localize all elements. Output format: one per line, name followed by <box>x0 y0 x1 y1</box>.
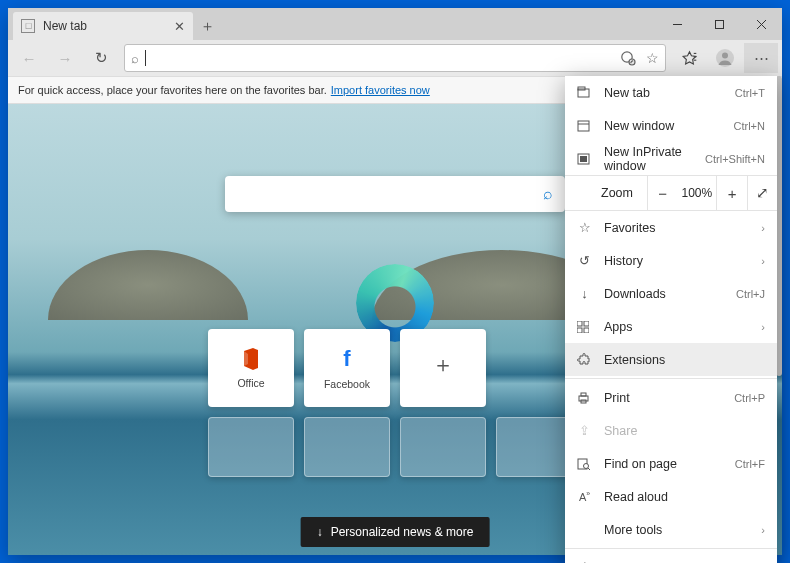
svg-rect-19 <box>577 328 582 333</box>
profile-button[interactable] <box>708 43 742 73</box>
tile-label: Facebook <box>324 378 370 390</box>
menu-print[interactable]: Print Ctrl+P <box>565 381 777 414</box>
history-icon: ↺ <box>577 253 592 268</box>
menu-zoom: Zoom − 100% + ⤢ <box>565 175 777 211</box>
chevron-right-icon: › <box>761 321 765 333</box>
favorite-star-icon[interactable]: ☆ <box>646 50 659 66</box>
personalized-news-button[interactable]: ↓ Personalized news & more <box>301 517 490 547</box>
menu-separator <box>565 548 777 549</box>
svg-rect-13 <box>578 121 589 131</box>
chevron-right-icon: › <box>761 524 765 536</box>
tracking-prevention-icon[interactable] <box>620 50 636 66</box>
bg-hill <box>48 250 248 320</box>
download-icon: ↓ <box>317 525 323 539</box>
tab-favicon: ☐ <box>21 19 35 33</box>
extensions-icon <box>577 353 592 366</box>
inprivate-icon <box>577 153 592 165</box>
menu-new-tab[interactable]: New tab Ctrl+T <box>565 76 777 109</box>
apps-icon <box>577 321 592 333</box>
svg-rect-22 <box>581 393 586 396</box>
svg-rect-16 <box>580 156 587 162</box>
menu-apps[interactable]: Apps › <box>565 310 777 343</box>
text-caret <box>145 50 146 66</box>
print-icon <box>577 392 592 404</box>
chevron-right-icon: › <box>761 222 765 234</box>
chevron-right-icon: › <box>761 255 765 267</box>
ntp-search-box[interactable]: ⌕ <box>225 176 565 212</box>
settings-menu-button[interactable]: ⋯ <box>744 43 778 73</box>
new-tab-button[interactable]: ＋ <box>193 12 221 40</box>
menu-settings[interactable]: ⚙ Settings <box>565 551 777 563</box>
svg-point-25 <box>584 464 589 469</box>
read-aloud-icon: A» <box>577 490 592 503</box>
tile-label: Office <box>237 377 264 389</box>
newsbar-label: Personalized news & more <box>331 525 474 539</box>
plus-icon: ＋ <box>432 350 454 380</box>
menu-share: ⇪ Share <box>565 414 777 447</box>
facebook-icon: f <box>343 346 350 372</box>
tile-facebook[interactable]: f Facebook <box>304 329 390 407</box>
quick-links: Office f Facebook ＋ <box>208 329 582 485</box>
menu-more-tools[interactable]: More tools › <box>565 513 777 546</box>
tile-add[interactable]: ＋ <box>400 329 486 407</box>
toolbar: ← → ↻ ⌕ ☆ ⋯ <box>8 40 782 76</box>
tile-placeholder <box>208 417 294 477</box>
office-icon <box>240 347 262 371</box>
window-controls <box>656 8 782 40</box>
zoom-in-button[interactable]: + <box>716 175 746 211</box>
settings-menu: New tab Ctrl+T New window Ctrl+N New InP… <box>565 76 777 563</box>
svg-point-10 <box>722 53 728 59</box>
minimize-button[interactable] <box>656 8 698 40</box>
svg-rect-20 <box>584 328 589 333</box>
tile-placeholder <box>400 417 486 477</box>
maximize-button[interactable] <box>698 8 740 40</box>
tile-placeholder <box>304 417 390 477</box>
forward-button[interactable]: → <box>48 43 82 73</box>
svg-line-26 <box>588 468 590 470</box>
tile-office[interactable]: Office <box>208 329 294 407</box>
zoom-value: 100% <box>677 186 716 200</box>
menu-read-aloud[interactable]: A» Read aloud <box>565 480 777 513</box>
refresh-button[interactable]: ↻ <box>84 43 118 73</box>
search-icon: ⌕ <box>131 51 139 66</box>
close-window-button[interactable] <box>740 8 782 40</box>
import-favorites-link[interactable]: Import favorites now <box>331 84 430 96</box>
share-icon: ⇪ <box>577 423 592 438</box>
menu-new-window[interactable]: New window Ctrl+N <box>565 109 777 142</box>
tab-close-icon[interactable]: ✕ <box>174 19 185 34</box>
favorites-bar-text: For quick access, place your favorites h… <box>18 84 327 96</box>
back-button[interactable]: ← <box>12 43 46 73</box>
find-icon <box>577 457 592 470</box>
address-bar[interactable]: ⌕ ☆ <box>124 44 666 72</box>
search-submit-icon[interactable]: ⌕ <box>543 185 553 203</box>
menu-inprivate[interactable]: New InPrivate window Ctrl+Shift+N <box>565 142 777 175</box>
browser-tab[interactable]: ☐ New tab ✕ <box>13 12 193 40</box>
svg-rect-1 <box>715 20 723 28</box>
menu-extensions[interactable]: Extensions <box>565 343 777 376</box>
zoom-out-button[interactable]: − <box>647 175 677 211</box>
titlebar: ☐ New tab ✕ ＋ <box>8 8 782 40</box>
new-window-icon <box>577 120 592 132</box>
fullscreen-button[interactable]: ⤢ <box>747 175 777 211</box>
svg-point-5 <box>629 59 635 65</box>
menu-downloads[interactable]: ↓ Downloads Ctrl+J <box>565 277 777 310</box>
menu-history[interactable]: ↺ History › <box>565 244 777 277</box>
svg-rect-17 <box>577 321 582 326</box>
star-icon: ☆ <box>577 220 592 235</box>
download-icon: ↓ <box>577 286 592 301</box>
menu-separator <box>565 378 777 379</box>
tab-title: New tab <box>43 19 87 33</box>
browser-window: ☐ New tab ✕ ＋ ← → ↻ ⌕ ☆ ⋯ <box>8 8 782 555</box>
svg-rect-18 <box>584 321 589 326</box>
new-tab-icon <box>577 86 592 99</box>
menu-find[interactable]: Find on page Ctrl+F <box>565 447 777 480</box>
favorites-button[interactable] <box>672 43 706 73</box>
menu-favorites[interactable]: ☆ Favorites › <box>565 211 777 244</box>
